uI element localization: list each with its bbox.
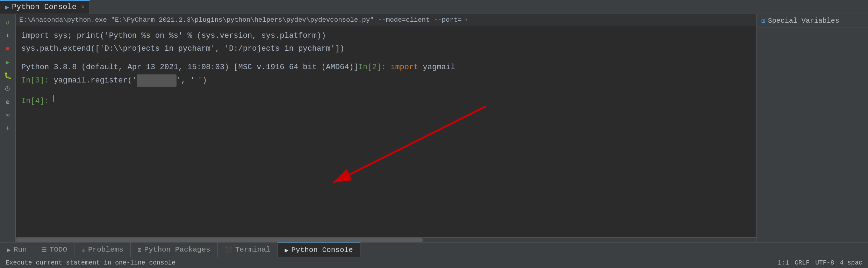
special-variables-label: Special Variables	[768, 17, 839, 25]
debug-button[interactable]: 🐛	[2, 70, 13, 81]
output-line-2: sys.path.extend(['D:\\projects in pychar…	[21, 43, 751, 55]
in2-prompt: In[2]:	[358, 61, 390, 73]
indent-info: 4 spac	[840, 259, 862, 266]
status-bar: Execute current statement in one-line co…	[0, 257, 868, 268]
packages-tab-label: Python Packages	[144, 246, 210, 254]
console-tab-icon: ▶	[5, 3, 9, 12]
scroll-down-button[interactable]: ⬇	[2, 30, 13, 41]
add-button[interactable]: +	[2, 123, 13, 134]
tab-bar: ▶ Python Console ×	[0, 0, 868, 14]
status-message: Execute current statement in one-line co…	[6, 259, 175, 266]
packages-tab-icon: ⊞	[138, 246, 142, 254]
cursor-position: 1:1	[778, 259, 789, 266]
in2-keyword: import	[390, 61, 418, 73]
output-line-5: In[4]:	[21, 95, 751, 107]
in2-cmd: yagmail	[418, 61, 455, 73]
tab-terminal[interactable]: ⬛ Terminal	[218, 242, 278, 257]
tab-label: Python Console	[12, 3, 77, 12]
input-cursor	[53, 95, 54, 102]
left-toolbar: ↺ ⬇ ■ ▶ 🐛 ⏱ ⚙ ∞ +	[0, 14, 16, 242]
right-panel: ⊞ Special Variables	[756, 14, 868, 242]
in3-cmd: yagmail.register('	[53, 74, 137, 87]
console-output[interactable]: import sys; print('Python %s on %s' % (s…	[16, 26, 756, 237]
in3-end: ')	[198, 74, 207, 87]
command-text: E:\Anaconda\python.exe "E:\PyCharm 2021.…	[19, 16, 462, 24]
in3-prompt: In[3]:	[21, 74, 53, 87]
line-ending: CRLF	[795, 259, 810, 266]
console-area: E:\Anaconda\python.exe "E:\PyCharm 2021.…	[16, 14, 756, 242]
status-left: Execute current statement in one-line co…	[6, 259, 175, 266]
command-bar: E:\Anaconda\python.exe "E:\PyCharm 2021.…	[16, 14, 756, 26]
charset: UTF-8	[815, 259, 834, 266]
problems-tab-label: Problems	[88, 246, 123, 254]
python-console-tab[interactable]: ▶ Python Console ×	[0, 0, 90, 14]
loop-button[interactable]: ∞	[2, 110, 13, 121]
terminal-tab-label: Terminal	[235, 246, 271, 254]
special-vars-grid-icon: ⊞	[761, 17, 765, 25]
output-line-blank2	[21, 87, 751, 94]
todo-tab-icon: ☰	[41, 246, 47, 254]
tab-todo[interactable]: ☰ TODO	[34, 242, 74, 257]
output-line-2-text: sys.path.extend(['D:\\projects in pychar…	[21, 43, 344, 55]
status-right: 1:1 CRLF UTF-8 4 spac	[778, 259, 862, 266]
main-area: ↺ ⬇ ■ ▶ 🐛 ⏱ ⚙ ∞ + E:\Anaconda\python.exe…	[0, 14, 868, 242]
special-variables-header: ⊞ Special Variables	[756, 14, 868, 28]
output-line-3: Python 3.8.8 (default, Apr 13 2021, 15:0…	[21, 61, 751, 73]
output-line-1-text: import sys; print('Python %s on %s' % (s…	[21, 30, 326, 42]
tab-problems[interactable]: ⚠ Problems	[74, 242, 131, 257]
clock-button[interactable]: ⏱	[2, 83, 13, 94]
output-line-1: import sys; print('Python %s on %s' % (s…	[21, 30, 751, 42]
problems-tab-icon: ⚠	[81, 246, 85, 254]
scrollbar-thumb[interactable]	[16, 238, 423, 242]
python-console-tab-label: Python Console	[291, 246, 353, 254]
horizontal-scrollbar[interactable]	[16, 237, 756, 242]
todo-tab-label: TODO	[50, 246, 67, 254]
python-console-tab-icon: ▶	[285, 246, 288, 254]
run-tab-label: Run	[14, 246, 27, 254]
settings-button[interactable]: ⚙	[2, 96, 13, 108]
rerun-button[interactable]: ↺	[2, 17, 13, 28]
command-arrow: ›	[465, 17, 468, 23]
svg-line-1	[333, 106, 486, 183]
tab-python-packages[interactable]: ⊞ Python Packages	[131, 242, 218, 257]
tab-close-button[interactable]: ×	[81, 4, 85, 11]
output-line-4: In[3]: yagmail.register(' @126.com', ' '…	[21, 74, 751, 87]
in3-blurred-email: @126.com	[137, 74, 177, 87]
in4-prompt: In[4]:	[21, 95, 53, 107]
run-button[interactable]: ▶	[2, 57, 13, 68]
tab-python-console[interactable]: ▶ Python Console	[278, 242, 360, 257]
stop-button[interactable]: ■	[2, 43, 13, 55]
bottom-tab-bar: ▶ Run ☰ TODO ⚠ Problems ⊞ Python Package…	[0, 242, 868, 257]
in3-mid: ', '	[177, 74, 195, 87]
python-version-text: Python 3.8.8 (default, Apr 13 2021, 15:0…	[21, 61, 358, 73]
run-tab-icon: ▶	[7, 246, 11, 254]
terminal-tab-icon: ⬛	[225, 246, 232, 254]
output-line-blank1	[21, 56, 751, 60]
tab-run[interactable]: ▶ Run	[0, 242, 34, 257]
